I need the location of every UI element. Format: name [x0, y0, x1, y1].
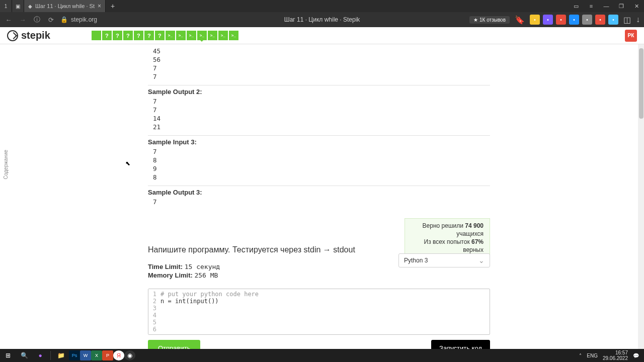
url-host[interactable]: stepik.org	[71, 16, 97, 23]
maximize-button[interactable]: ❐	[614, 0, 629, 12]
step-pill-6[interactable]: ?	[144, 31, 154, 40]
forward-button[interactable]: →	[18, 16, 27, 24]
code-line[interactable]	[160, 319, 259, 326]
reload-button[interactable]: ⟳	[46, 16, 55, 24]
sample-input-3-line: 8	[148, 173, 490, 182]
sample-output-3-line: 7	[148, 198, 490, 206]
rating-pill[interactable]: ★1К отзывов	[469, 16, 510, 24]
step-pill-7[interactable]: ?	[155, 31, 165, 40]
gutter-line: 1	[148, 291, 156, 298]
word-icon[interactable]: W	[80, 350, 91, 360]
obs-icon[interactable]: ◉	[124, 350, 135, 360]
step-pill-12[interactable]: >_	[208, 31, 217, 40]
tab-stack-icon[interactable]: ▣	[12, 0, 24, 12]
step-pill-10[interactable]: >_	[187, 31, 196, 40]
sample-input-3-line: 7	[148, 147, 490, 156]
step-pill-1[interactable]	[92, 31, 101, 40]
step-pill-4[interactable]: ?	[123, 31, 133, 40]
scroll-thumb[interactable]	[639, 48, 643, 119]
excel-icon[interactable]: X	[91, 350, 102, 360]
sample-pre-line: 45	[148, 47, 490, 55]
extension-icon-2[interactable]: •	[543, 15, 553, 25]
search-icon[interactable]: 🔍	[16, 349, 32, 362]
language-select[interactable]: Python 3	[398, 253, 490, 267]
info-icon[interactable]: ⓘ	[32, 15, 41, 24]
sidebar-toggle[interactable]: Содержание	[3, 150, 9, 179]
sample-output-2-line: 7	[148, 97, 490, 106]
sample-pre-line: 7	[148, 64, 490, 72]
yandex-icon[interactable]: Я	[113, 350, 124, 360]
address-bar: ← → ⓘ ⟳ 🔒 stepik.org Шаг 11 · Цикл while…	[0, 12, 644, 27]
close-icon[interactable]: ×	[98, 3, 101, 10]
extension-icon-3[interactable]: •	[556, 15, 566, 25]
extension-icon-1[interactable]: •	[530, 15, 540, 25]
gutter-line: 6	[148, 326, 156, 333]
star-icon: ★	[473, 17, 478, 23]
favicon-icon: ◆	[28, 4, 32, 9]
step-pill-11[interactable]: >_	[197, 31, 207, 40]
sample-output-2-line: 7	[148, 106, 490, 114]
step-pill-8[interactable]: >_	[166, 31, 175, 40]
gutter-line: 5	[148, 319, 156, 326]
page-title: Шаг 11 · Цикл while · Stepik	[284, 16, 360, 23]
start-button[interactable]: ⊞	[0, 349, 16, 362]
sample-output-2-line: 14	[148, 114, 490, 123]
clock[interactable]: 16:57 29.06.2022	[603, 350, 628, 361]
menu-icon[interactable]: ≡	[584, 0, 599, 12]
back-button[interactable]: ←	[4, 16, 13, 24]
close-window-button[interactable]: ✕	[629, 0, 644, 12]
step-pill-3[interactable]: ?	[113, 31, 122, 40]
step-pill-9[interactable]: >_	[176, 31, 186, 40]
download-icon[interactable]: ↓	[636, 15, 640, 24]
sample-output-2-label: Sample Output 2:	[148, 88, 490, 96]
step-pill-13[interactable]: >_	[218, 31, 228, 40]
step-pill-14[interactable]: >_	[229, 31, 238, 40]
stats-box: Верно решили 74 900 учащихся Из всех поп…	[405, 218, 490, 257]
code-editor[interactable]: 123456 # put your python code heren = in…	[148, 289, 490, 335]
new-tab-button[interactable]: +	[106, 0, 120, 12]
time-limit-value: 15 секунд	[185, 263, 220, 270]
code-line[interactable]: # put your python code here	[160, 291, 259, 298]
step-pill-5[interactable]: ?	[134, 31, 143, 40]
extension-icon-5[interactable]: •	[582, 15, 592, 25]
extension-icon-4[interactable]: •	[569, 15, 579, 25]
browser-tab[interactable]: ◆ Шаг 11 · Цикл while · St ×	[24, 0, 106, 12]
windows-taskbar: ⊞ 🔍 ● 📁 Ps W X P Я ◉ ˄ ENG 16:57 29.06.2…	[0, 349, 644, 362]
extensions-icon[interactable]: ◫	[623, 15, 631, 25]
user-avatar[interactable]: РК	[625, 30, 637, 42]
step-pill-2[interactable]: ?	[102, 31, 112, 40]
cursor-icon: ⬉	[125, 160, 130, 167]
sidebar-toggle-icon[interactable]: ▭	[569, 0, 584, 12]
extension-icon-7[interactable]: •	[608, 15, 618, 25]
tab-counter[interactable]: 1	[0, 0, 12, 12]
gutter-line: 2	[148, 298, 156, 305]
powerpoint-icon[interactable]: P	[102, 350, 113, 360]
cortana-icon[interactable]: ●	[32, 349, 48, 362]
browser-titlebar: 1 ▣ ◆ Шаг 11 · Цикл while · St × + ▭ ≡ —…	[0, 0, 644, 12]
submit-button[interactable]: Отправить	[148, 340, 200, 349]
code-line[interactable]	[160, 312, 259, 319]
code-line[interactable]: n = int(input())	[160, 298, 259, 305]
code-line[interactable]	[160, 326, 259, 333]
notifications-icon[interactable]: 💬	[633, 353, 639, 358]
tray-chevron-icon[interactable]: ˄	[579, 353, 582, 358]
sample-input-3-line: 8	[148, 156, 490, 164]
stepik-header: stepik ??????>_>_>_>_>_>_>_ РК	[0, 27, 644, 44]
extension-icon-6[interactable]: •	[595, 15, 605, 25]
sample-input-3-label: Sample Input 3:	[148, 138, 490, 146]
stepik-logo[interactable]: stepik	[7, 30, 50, 41]
bookmark-icon[interactable]: 🔖	[515, 15, 525, 25]
keyboard-lang[interactable]: ENG	[587, 353, 598, 358]
photoshop-icon[interactable]: Ps	[69, 350, 80, 360]
run-code-button[interactable]: Запустить код	[431, 340, 490, 349]
sample-output-2-line: 21	[148, 123, 490, 131]
sample-output-3-label: Sample Output 3:	[148, 189, 490, 196]
sample-input-3-line: 9	[148, 164, 490, 173]
scrollbar[interactable]	[638, 44, 644, 349]
lesson-content: Содержание ⬉ 455677 Sample Output 2: 771…	[0, 44, 638, 349]
step-navigation: ??????>_>_>_>_>_>_>_	[92, 31, 238, 40]
tab-title: Шаг 11 · Цикл while · St	[35, 3, 95, 9]
code-line[interactable]	[160, 305, 259, 312]
minimize-button[interactable]: —	[599, 0, 614, 12]
explorer-icon[interactable]: 📁	[53, 349, 69, 362]
